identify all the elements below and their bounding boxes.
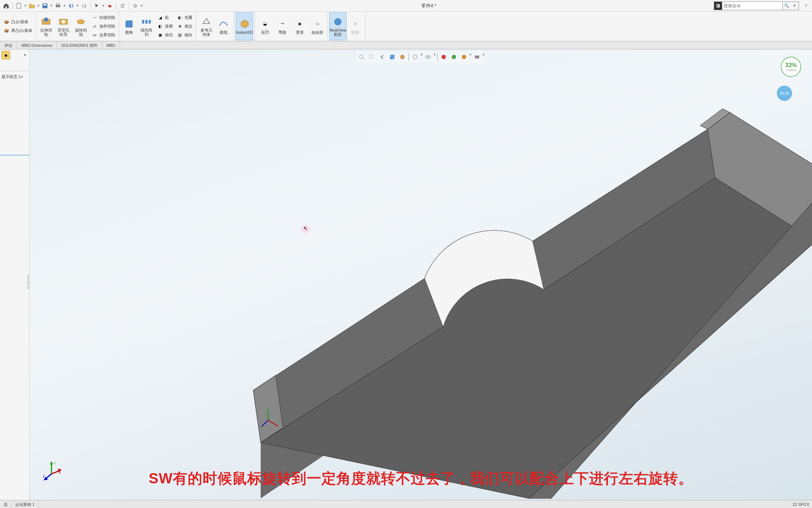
tree-flyout-arrow-icon[interactable]: ▸: [24, 52, 26, 57]
feature-tree-sidebar: ◆ ▸ 显示状态 1>: [0, 49, 30, 500]
quick-access-toolbar: ▾ ▾ ▾ ▾ ▾ ▾ ▾ 零件4 * 🔍 ▾ ?: [0, 0, 812, 12]
cursor-pointer-icon: ↖: [303, 225, 308, 231]
linear-pattern-button[interactable]: 线性阵列: [138, 12, 155, 40]
command-search[interactable]: [714, 1, 783, 10]
svg-rect-2: [44, 4, 46, 5]
home-icon[interactable]: [1, 1, 11, 11]
wrap-button[interactable]: ◐包覆: [175, 13, 194, 22]
intersect-button[interactable]: ⊗相交: [175, 22, 194, 31]
tab-mbd-dimensions[interactable]: MBD Dimensions: [17, 41, 57, 49]
extruded-cut-button[interactable]: 拉伸切除: [37, 12, 55, 40]
version-label: 22 SP0.0: [790, 502, 812, 507]
select-icon[interactable]: [92, 1, 102, 11]
redo-icon[interactable]: [79, 1, 89, 11]
swept-cut-button[interactable]: 〰扫描切除: [90, 13, 117, 22]
svg-rect-13: [145, 20, 148, 24]
fillet-button[interactable]: 圆角: [120, 12, 138, 40]
hole-wizard-button[interactable]: 异型孔向导: [55, 12, 72, 40]
boundary-boss-button[interactable]: 📦界凸台/基体: [1, 26, 34, 35]
svg-marker-26: [50, 461, 53, 464]
svg-rect-4: [57, 4, 59, 5]
undo-icon[interactable]: [66, 1, 76, 11]
command-tabs: 评估 MBD Dimensions SOLIDWORKS 插件 MBD: [0, 41, 812, 49]
part-root-icon[interactable]: ◆: [1, 51, 10, 60]
status-tab-motion[interactable]: 运动算例 1: [12, 501, 38, 508]
window-title: 零件4 *: [144, 3, 714, 9]
combine-button[interactable]: ⊕组合: [347, 12, 364, 40]
status-tab-select[interactable]: 选: [0, 501, 12, 508]
settings-gear-icon[interactable]: [130, 1, 140, 11]
search-dropdown-icon[interactable]: ▾: [791, 3, 799, 8]
tab-sw-addins[interactable]: SOLIDWORKS 插件: [57, 41, 102, 49]
curves-button[interactable]: 曲线: [215, 12, 232, 40]
display-state-label[interactable]: 显示状态 1>: [0, 71, 29, 82]
tab-mbd[interactable]: MBD: [102, 41, 120, 49]
realview-button[interactable]: RealView 图形: [329, 12, 347, 40]
boundary-cut-button[interactable]: ▭边界切除: [90, 31, 117, 40]
svg-point-10: [62, 20, 65, 24]
print-icon[interactable]: [53, 1, 63, 11]
svg-text:Y: Y: [54, 462, 56, 465]
svg-rect-12: [142, 20, 144, 24]
rebuild-icon[interactable]: [105, 1, 115, 11]
perf-speed: ↓0.05K/s: [785, 69, 796, 72]
save-icon[interactable]: [40, 1, 50, 11]
help-icon[interactable]: ?: [801, 1, 811, 11]
flex-button[interactable]: 〜弯曲: [274, 12, 291, 40]
boss-base-button[interactable]: 📦凸台/基体: [1, 18, 34, 26]
ribbon-toolbar: 📦凸台/基体 📦界凸台/基体 拉伸切除 异型孔向导 旋转切除 〰扫描切除 ▱放样…: [0, 12, 812, 41]
part-model-render: [30, 49, 812, 500]
subtitle-overlay: SW有的时候鼠标旋转到一定角度就转不过去了，我们可以配合上下进行左右旋转。: [30, 468, 812, 488]
svg-point-15: [334, 18, 341, 25]
search-input[interactable]: [722, 3, 782, 8]
svg-point-11: [77, 20, 84, 24]
indent-button[interactable]: ⬓压凹: [256, 12, 274, 40]
svg-rect-14: [149, 20, 151, 24]
mirror-button[interactable]: ▥镜向: [175, 31, 194, 40]
search-logo-icon: [714, 2, 722, 10]
deform-button[interactable]: ◉变形: [291, 12, 308, 40]
tab-evaluate[interactable]: 评估: [0, 41, 17, 49]
status-bar: 选 运动算例 1 22 SP0.0: [0, 500, 812, 508]
options-list-icon[interactable]: [118, 1, 127, 11]
freeform-button[interactable]: ⬭自由形: [308, 12, 326, 40]
graphics-viewport[interactable]: ▾ ▾ ▾ ▾: [30, 49, 812, 500]
reference-geometry-button[interactable]: 参考几何体: [198, 12, 215, 40]
svg-rect-8: [44, 18, 48, 21]
new-file-icon[interactable]: [14, 1, 24, 11]
performance-badge[interactable]: 33% ↓0.05K/s: [781, 57, 801, 77]
search-magnifier-icon[interactable]: 🔍: [783, 3, 791, 8]
shell-button[interactable]: ▣抽壳: [155, 31, 175, 40]
draft-button[interactable]: ◧拔模: [155, 22, 175, 31]
svg-point-6: [134, 5, 136, 7]
lofted-cut-button[interactable]: ▱放样切除: [90, 22, 117, 31]
svg-rect-0: [17, 3, 21, 8]
open-file-icon[interactable]: [27, 1, 37, 11]
svg-rect-5: [108, 5, 111, 7]
rib-button[interactable]: ◢筋: [155, 13, 175, 22]
revolved-cut-button[interactable]: 旋转切除: [72, 12, 90, 40]
perf-percent: 33%: [785, 62, 797, 69]
instant3d-button[interactable]: Instant3D: [236, 12, 253, 40]
time-badge[interactable]: 02:26: [777, 86, 792, 101]
